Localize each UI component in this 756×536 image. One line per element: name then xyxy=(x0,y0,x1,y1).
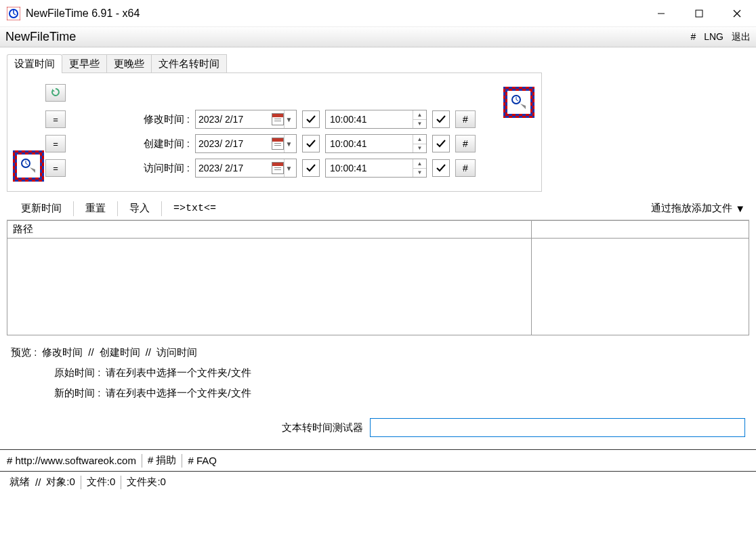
maximize-button[interactable] xyxy=(680,0,718,27)
svg-rect-3 xyxy=(696,10,702,17)
drag-drop-hint-label: 通过拖放添加文件 xyxy=(651,202,732,215)
modify-date-value: 2023/ 2/17 xyxy=(198,114,272,125)
access-date-checkbox[interactable] xyxy=(302,159,320,177)
modify-time-input[interactable]: 10:00:41 ▲▼ xyxy=(325,110,427,129)
status-bar: 就绪 // 对象:0 文件:0 文件夹:0 xyxy=(0,471,756,493)
file-toolbar: 更新时间 重置 导入 =>txt<= 通过拖放添加文件 ▼ xyxy=(7,197,749,220)
separator xyxy=(81,476,81,489)
create-time-value: 10:00:41 xyxy=(326,138,413,149)
tab-set-time[interactable]: 设置时间 xyxy=(7,54,62,73)
file-list[interactable]: 路径 xyxy=(7,220,749,335)
drag-drop-hint[interactable]: 通过拖放添加文件 ▼ xyxy=(651,202,745,215)
preview-modify: 修改时间 xyxy=(42,342,83,363)
hash-menu[interactable]: # xyxy=(690,31,696,43)
titlebar: NewFileTime 6.91 - x64 xyxy=(0,0,756,27)
link-bar: # http://www.softwareok.com # 捐助 # FAQ xyxy=(0,449,756,471)
preview-panel: 预览 : 修改时间 // 创建时间 // 访问时间 原始时间 : 请在列表中选择… xyxy=(7,335,749,413)
separator xyxy=(182,454,182,468)
modify-time-value: 10:00:41 xyxy=(326,114,413,125)
modify-time-row: = 修改时间 : 2023/ 2/17 ▼ 10:00:41 ▲▼ # xyxy=(14,107,534,131)
tab-filename-to-time[interactable]: 文件名转时间 xyxy=(152,54,227,73)
original-time-label: 原始时间 : xyxy=(54,363,100,383)
window-title: NewFileTime 6.91 - x64 xyxy=(26,7,140,20)
tab-later[interactable]: 更晚些 xyxy=(107,54,152,73)
preview-label: 预览 : xyxy=(11,342,37,363)
create-time-row: = 创建时间 : 2023/ 2/17 ▼ 10:00:41 ▲▼ # xyxy=(14,131,534,156)
access-label: 访问时间 : xyxy=(71,162,190,175)
spinner-icon[interactable]: ▲▼ xyxy=(413,135,426,152)
create-time-checkbox[interactable] xyxy=(432,135,450,152)
text-to-time-tester: 文本转时间测试器 xyxy=(7,413,749,449)
calendar-icon xyxy=(272,162,284,174)
file-list-col-path: 路径 xyxy=(7,221,532,335)
separator xyxy=(142,454,142,468)
update-time-button[interactable]: 更新时间 xyxy=(11,199,72,218)
window-controls xyxy=(642,0,756,27)
preview-sep: // xyxy=(88,342,93,363)
access-time-input[interactable]: 10:00:41 ▲▼ xyxy=(325,159,427,178)
modify-label: 修改时间 : xyxy=(71,113,190,126)
tester-label: 文本转时间测试器 xyxy=(282,421,363,434)
exit-menu[interactable]: 退出 xyxy=(732,31,751,43)
status-ready: 就绪 xyxy=(9,476,30,489)
close-button[interactable] xyxy=(718,0,756,27)
separator xyxy=(161,201,162,216)
original-time-value: 请在列表中选择一个文件夹/文件 xyxy=(106,363,251,383)
modify-equal-button[interactable]: = xyxy=(45,110,66,128)
minimize-button[interactable] xyxy=(642,0,680,27)
tabs: 设置时间 更早些 更晚些 文件名转时间 xyxy=(7,54,749,73)
dropdown-icon[interactable]: ▼ xyxy=(284,159,293,177)
modify-date-checkbox[interactable] xyxy=(302,110,320,128)
separator xyxy=(117,201,118,216)
website-link[interactable]: # http://www.softwareok.com xyxy=(7,455,136,466)
spinner-icon[interactable]: ▲▼ xyxy=(413,110,426,128)
dropdown-icon[interactable]: ▼ xyxy=(284,110,293,128)
preview-access: 访问时间 xyxy=(156,342,197,363)
dropdown-icon[interactable]: ▼ xyxy=(284,135,293,152)
create-date-checkbox[interactable] xyxy=(302,135,320,152)
access-time-checkbox[interactable] xyxy=(432,159,450,177)
preview-create: 创建时间 xyxy=(100,342,140,363)
access-hash-button[interactable]: # xyxy=(455,159,476,177)
new-time-value: 请在列表中选择一个文件夹/文件 xyxy=(106,383,251,403)
apply-icon-button[interactable] xyxy=(503,87,534,118)
donate-link[interactable]: # 捐助 xyxy=(148,454,177,467)
column-header-empty[interactable] xyxy=(532,221,749,239)
access-equal-button[interactable]: = xyxy=(45,159,66,177)
create-equal-button[interactable]: = xyxy=(45,135,66,152)
import-button[interactable]: 导入 xyxy=(119,199,160,218)
calendar-icon xyxy=(272,113,284,125)
reset-button[interactable]: 重置 xyxy=(75,199,116,218)
calendar-icon xyxy=(272,138,284,150)
status-sep: // xyxy=(35,476,41,488)
create-hash-button[interactable]: # xyxy=(455,135,476,152)
refresh-button[interactable] xyxy=(45,84,66,102)
column-header-path[interactable]: 路径 xyxy=(7,221,531,239)
app-icon xyxy=(7,7,20,20)
modify-time-checkbox[interactable] xyxy=(432,110,450,128)
tab-earlier[interactable]: 更早些 xyxy=(62,54,107,73)
chevron-down-icon: ▼ xyxy=(735,203,745,214)
access-date-input[interactable]: 2023/ 2/17 ▼ xyxy=(195,159,297,178)
status-folders: 文件夹:0 xyxy=(127,476,166,489)
create-label: 创建时间 : xyxy=(71,138,190,150)
access-date-value: 2023/ 2/17 xyxy=(198,163,272,173)
tab-panel-set-time: = 修改时间 : 2023/ 2/17 ▼ 10:00:41 ▲▼ # = 创建… xyxy=(7,73,542,192)
modify-hash-button[interactable]: # xyxy=(455,110,476,128)
options-icon-button[interactable] xyxy=(13,150,44,182)
preview-sep: // xyxy=(146,342,151,363)
separator xyxy=(121,476,121,489)
refresh-icon xyxy=(50,87,61,100)
file-list-col-extra xyxy=(532,221,749,335)
create-time-input[interactable]: 10:00:41 ▲▼ xyxy=(325,134,427,153)
export-txt-button[interactable]: =>txt<= xyxy=(163,199,226,218)
spinner-icon[interactable]: ▲▼ xyxy=(413,159,426,177)
new-time-label: 新的时间 : xyxy=(54,383,100,403)
modify-date-input[interactable]: 2023/ 2/17 ▼ xyxy=(195,110,297,129)
status-files: 文件:0 xyxy=(87,476,116,489)
create-date-input[interactable]: 2023/ 2/17 ▼ xyxy=(195,134,297,153)
lng-menu[interactable]: LNG xyxy=(704,31,723,43)
tester-input[interactable] xyxy=(370,418,745,437)
faq-link[interactable]: # FAQ xyxy=(188,455,217,466)
app-name-label: NewFileTime xyxy=(5,30,76,44)
